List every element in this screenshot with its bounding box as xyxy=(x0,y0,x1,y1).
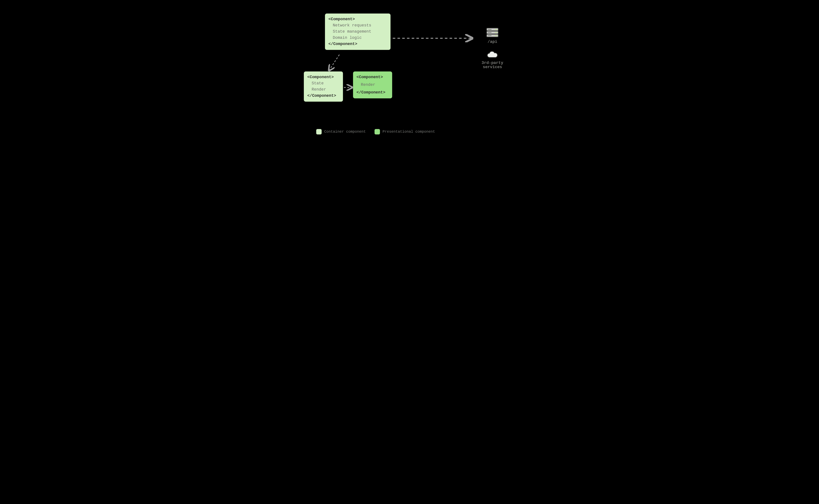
api-label: /api xyxy=(473,40,512,44)
component-open-tag: <Component> xyxy=(307,74,340,80)
svg-point-4 xyxy=(496,29,497,30)
svg-point-7 xyxy=(495,35,496,36)
svg-point-3 xyxy=(495,29,496,30)
svg-point-6 xyxy=(496,32,497,33)
component-close-tag: </Component> xyxy=(356,89,389,96)
component-body: State Render xyxy=(307,80,340,93)
swatch-presentational xyxy=(375,129,380,134)
component-body: Render xyxy=(356,80,389,89)
component-open-tag: <Component> xyxy=(356,74,389,80)
component-close-tag: </Component> xyxy=(328,41,387,47)
legend-item-presentational: Presentational component xyxy=(375,129,435,134)
component-close-tag: </Component> xyxy=(307,93,340,99)
legend-label: Presentational component xyxy=(383,130,435,134)
svg-point-8 xyxy=(496,35,497,36)
component-line: Network requests xyxy=(333,22,387,29)
services-label-line2: services xyxy=(473,65,512,69)
box-container-top: <Component> Network requests State manag… xyxy=(325,13,391,50)
component-line: State management xyxy=(333,29,387,35)
box-container-bottom-left: <Component> State Render </Component> xyxy=(304,71,343,102)
legend-label: Container component xyxy=(324,130,366,134)
external-services-column: /api 3rd-party services xyxy=(473,27,512,77)
cloud-icon xyxy=(487,51,498,59)
arrow-to-child-container xyxy=(329,55,339,70)
component-line: Domain logic xyxy=(333,35,387,41)
svg-point-5 xyxy=(495,32,496,33)
component-line: State xyxy=(312,80,340,87)
box-presentational: <Component> Render </Component> xyxy=(353,71,392,98)
component-line: Render xyxy=(312,87,340,93)
legend: Container component Presentational compo… xyxy=(316,129,435,134)
services-label-line1: 3rd-party xyxy=(473,61,512,65)
api-block: /api xyxy=(473,27,512,44)
component-line: Render xyxy=(361,82,389,88)
component-open-tag: <Component> xyxy=(328,16,387,22)
swatch-container xyxy=(316,129,322,134)
legend-item-container: Container component xyxy=(316,129,366,134)
server-icon xyxy=(486,27,499,38)
component-body: Network requests State management Domain… xyxy=(328,22,387,41)
services-block: 3rd-party services xyxy=(473,51,512,69)
diagram-stage: <Component> Network requests State manag… xyxy=(293,0,526,144)
